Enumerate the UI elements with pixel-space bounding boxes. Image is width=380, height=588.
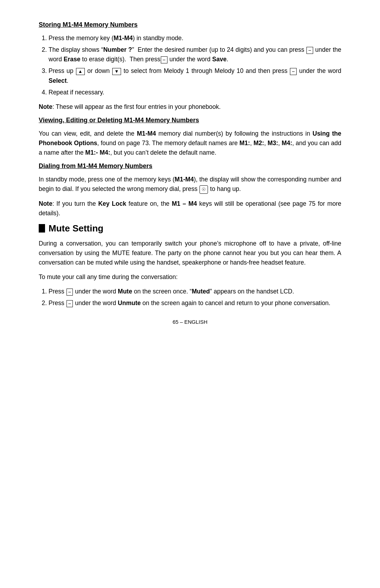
minus-key-2: − bbox=[161, 56, 167, 63]
list-item: Press the memory key (M1-M4) in standby … bbox=[49, 33, 341, 43]
dialing-note: Note: If you turn the Key Lock feature o… bbox=[39, 199, 341, 218]
dialing-body: In standby mode, press one of the memory… bbox=[39, 175, 341, 194]
minus-key-3: − bbox=[290, 68, 297, 75]
mute-intro: During a conversation, you can temporari… bbox=[39, 239, 341, 267]
erase-bold: Erase bbox=[64, 56, 81, 63]
storing-note: Note: These will appear as the first fou… bbox=[39, 102, 341, 112]
list-item: Press − under the word Unmute on the scr… bbox=[49, 298, 341, 308]
select-bold: Select bbox=[49, 77, 67, 84]
section-mute: Mute Setting During a conversation, you … bbox=[39, 223, 341, 308]
section-storing: Storing M1-M4 Memory Numbers Press the m… bbox=[39, 21, 341, 112]
viewing-body: You can view, edit, and delete the M1-M4… bbox=[39, 129, 341, 157]
list-item: Press − under the word Mute on the scree… bbox=[49, 287, 341, 296]
mute-block-icon bbox=[39, 224, 45, 233]
down-key: ▼ bbox=[112, 68, 121, 75]
page-content: Storing M1-M4 Memory Numbers Press the m… bbox=[39, 0, 341, 346]
m1m4-bold: M1-M4 bbox=[114, 35, 133, 42]
list-item: Repeat if necessary. bbox=[49, 88, 341, 97]
mute-list: Press − under the word Mute on the scree… bbox=[49, 287, 341, 308]
list-item: Press up ▲ or down ▼ to select from Melo… bbox=[49, 66, 341, 85]
mute-heading: Mute Setting bbox=[39, 223, 341, 234]
phone-key: ☉ bbox=[200, 185, 208, 194]
list-item: The display shows “Number ?” Enter the d… bbox=[49, 45, 341, 64]
number-bold: Number ? bbox=[103, 46, 132, 53]
minus-key-mute1: − bbox=[66, 289, 73, 296]
save-bold: Save bbox=[212, 56, 227, 63]
section-dialing-title: Dialing from M1-M4 Memory Numbers bbox=[39, 162, 341, 170]
section-storing-title: Storing M1-M4 Memory Numbers bbox=[39, 21, 341, 29]
storing-list: Press the memory key (M1-M4) in standby … bbox=[49, 33, 341, 97]
section-dialing: Dialing from M1-M4 Memory Numbers In sta… bbox=[39, 162, 341, 218]
section-viewing: Viewing, Editing or Deleting M1-M4 Memor… bbox=[39, 117, 341, 157]
page-footer: 65 – ENGLISH bbox=[39, 319, 341, 325]
up-key: ▲ bbox=[76, 68, 85, 75]
minus-key-mute2: − bbox=[66, 300, 73, 307]
mute-title: Mute Setting bbox=[49, 223, 103, 234]
section-viewing-title: Viewing, Editing or Deleting M1-M4 Memor… bbox=[39, 117, 341, 124]
minus-key-1: − bbox=[306, 47, 313, 54]
mute-step-intro: To mute your call any time during the co… bbox=[39, 272, 341, 282]
